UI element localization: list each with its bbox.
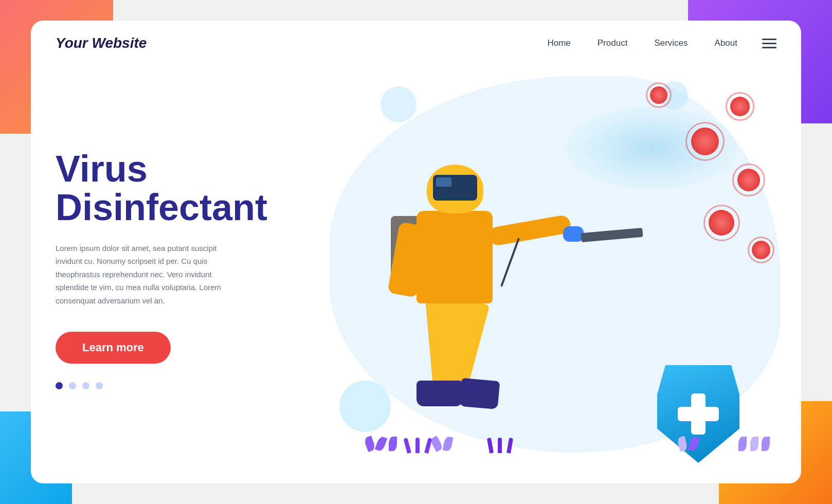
visor-shine (436, 177, 451, 187)
dot-4[interactable] (96, 382, 103, 389)
leaf-3c (762, 437, 770, 451)
leaf-4b (688, 436, 700, 452)
slide-dots (56, 382, 263, 389)
leaf-1a (364, 436, 376, 452)
virus-particle-5 (650, 86, 667, 104)
virus-particle-6 (752, 241, 770, 259)
leaf-3a (738, 437, 747, 451)
hero-description: Lorem ipsum dolor sit amet, sea putant s… (56, 242, 241, 308)
virus-particle-1 (691, 128, 719, 155)
leaf-4a (676, 436, 688, 452)
medical-shield (657, 365, 739, 463)
content-area: Virus Disinfectant Lorem ipsum dolor sit… (31, 66, 801, 483)
headline-line2: Disinfectant (56, 187, 267, 228)
leaf-1b (375, 436, 388, 452)
torso (417, 211, 493, 303)
blade-2 (415, 438, 420, 453)
dot-1[interactable] (56, 382, 63, 389)
shield-cross-vertical (691, 393, 706, 435)
nav-links: Home Product Services About (547, 38, 737, 48)
boot-right (417, 381, 463, 406)
plant-3 (738, 436, 770, 454)
dot-2[interactable] (69, 382, 76, 389)
hamburger-line-1 (762, 39, 776, 40)
hamburger-line-2 (762, 43, 776, 44)
nav-services[interactable]: Services (654, 38, 688, 48)
grass-1 (406, 438, 429, 455)
dot-3[interactable] (82, 382, 89, 389)
plant-1 (365, 436, 397, 454)
navbar: Your Website Home Product Services About (31, 21, 801, 66)
hero-headline: Virus Disinfectant (56, 150, 263, 227)
blob-small-top (381, 86, 417, 122)
main-card: Your Website Home Product Services About… (31, 21, 801, 483)
blade-5 (498, 438, 502, 453)
plant-2 (432, 436, 453, 454)
nav-about[interactable]: About (715, 38, 737, 48)
leaf-2a (429, 436, 444, 452)
boot-left (459, 378, 500, 409)
nav-home[interactable]: Home (547, 38, 570, 48)
hamburger-line-3 (762, 47, 776, 48)
learn-more-button[interactable]: Learn more (56, 332, 171, 364)
illustration-section (288, 66, 801, 483)
arm-left (487, 214, 572, 246)
leaf-1c (389, 437, 397, 451)
plant-4 (678, 436, 698, 454)
leaf-3b (750, 437, 758, 451)
hazmat-worker (350, 165, 566, 453)
leaf-2b (443, 436, 454, 452)
site-logo: Your Website (56, 35, 147, 51)
nav-product[interactable]: Product (598, 38, 628, 48)
grass-2 (489, 438, 512, 455)
virus-particle-2 (730, 97, 750, 116)
hamburger-menu[interactable] (762, 39, 776, 48)
hose (500, 238, 520, 286)
virus-particle-3 (737, 169, 760, 191)
headline-line1: Virus (56, 148, 148, 189)
left-section: Virus Disinfectant Lorem ipsum dolor sit… (31, 66, 288, 483)
virus-particle-4 (709, 210, 734, 236)
